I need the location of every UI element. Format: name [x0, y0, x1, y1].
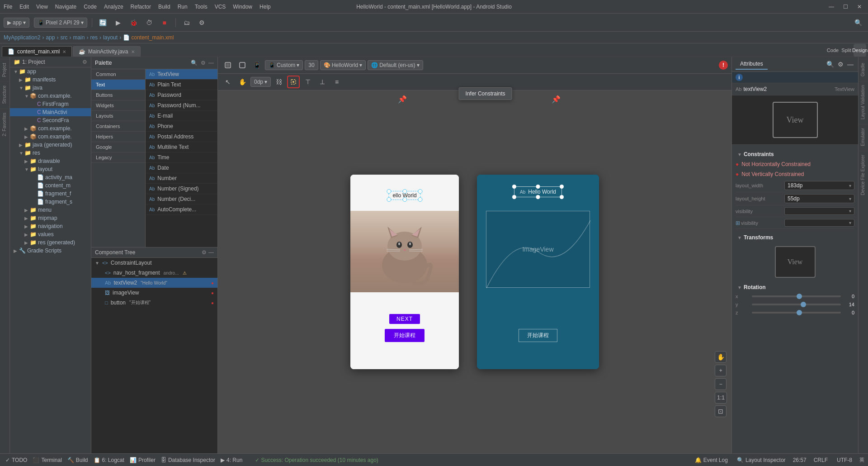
menu-code[interactable]: Code [84, 4, 97, 10]
zoom-ratio-label[interactable]: 1:1 [715, 392, 727, 404]
project-gear-icon[interactable]: ⚙ [82, 59, 87, 65]
menu-help[interactable]: Help [259, 4, 271, 10]
breadcrumb-src[interactable]: app [46, 34, 55, 41]
tree-item-fragment-f[interactable]: 📄 fragment_f [10, 190, 91, 198]
canvas-locale-dropdown[interactable]: 🌐 Default (en-us) ▾ [368, 60, 423, 70]
tree-item-res[interactable]: ▼ 📁 res [10, 149, 91, 157]
component-tree-gear[interactable]: ⚙ [202, 249, 207, 256]
gradle-tab[interactable]: Gradle [859, 59, 868, 80]
run-button[interactable]: ▶ [112, 16, 125, 29]
attr-gear-icon[interactable]: ⚙ [837, 60, 844, 69]
align-top-btn[interactable]: ⊤ [302, 76, 314, 88]
rotation-x-thumb[interactable] [797, 294, 802, 299]
palette-cat-common[interactable]: Common [91, 69, 145, 80]
tree-item-firstfrag[interactable]: C FirstFragm [10, 100, 91, 108]
palette-cat-widgets[interactable]: Widgets [91, 100, 145, 111]
tree-item-content-m[interactable]: 📄 content_m [10, 181, 91, 190]
tab-close-1[interactable]: ✕ [131, 49, 135, 54]
tree-item-values[interactable]: ▶ 📁 values [10, 230, 91, 238]
design-phone[interactable]: ello World [350, 175, 459, 369]
tree-item-java[interactable]: ▼ 📁 java [10, 84, 91, 92]
breadcrumb-app[interactable]: MyApplication2 [4, 34, 40, 41]
run-tab[interactable]: ▶ 4: Run [219, 456, 244, 464]
tree-item-gradle[interactable]: ▶ 🔧 Gradle Scripts [10, 247, 91, 255]
tree-item-mipmap[interactable]: ▶ 📁 mipmap [10, 214, 91, 222]
rotation-z-slider[interactable] [752, 312, 841, 314]
palette-item-number-signed[interactable]: Ab Number (Signed) [146, 184, 217, 194]
blueprint-start-btn[interactable]: 开始课程 [519, 329, 557, 342]
textview2-selected-indicator[interactable]: ello World [388, 191, 420, 200]
favorites-tab[interactable]: 2: Favorites [0, 109, 9, 140]
palette-search-icon[interactable]: 🔍 [190, 59, 198, 67]
menu-build[interactable]: Build [158, 4, 170, 10]
canvas-api-dropdown[interactable]: 30 [305, 60, 318, 70]
crlf-display[interactable]: CRLF [812, 456, 830, 464]
minimize-button[interactable]: — [826, 3, 837, 11]
tree-item-package1[interactable]: ▼ 📦 com.example. [10, 92, 91, 100]
palette-item-textview[interactable]: Ab TextView [146, 69, 217, 80]
sync-button[interactable]: 🔄 [97, 16, 109, 29]
breadcrumb-layout[interactable]: res [90, 34, 98, 41]
palette-cat-layouts[interactable]: Layouts [91, 111, 145, 121]
palette-cat-legacy[interactable]: Legacy [91, 152, 145, 163]
event-log-btn[interactable]: 🔔 Event Log [693, 456, 730, 464]
palette-cat-helpers[interactable]: Helpers [91, 132, 145, 142]
menu-window[interactable]: Window [233, 4, 252, 10]
comp-item-constraintlayout[interactable]: ▼ <> ConstraintLayout [91, 258, 217, 268]
project-structure-button[interactable]: 🗂 [180, 16, 193, 29]
visibility-1-value[interactable]: ▾ [784, 207, 854, 215]
transforms-section-header[interactable]: ▼ Transforms [736, 232, 854, 243]
menu-file[interactable]: File [4, 4, 12, 10]
hand-tool-btn[interactable]: ✋ [715, 351, 726, 363]
palette-gear-icon[interactable]: ⚙ [201, 60, 206, 66]
attr-close-icon[interactable]: — [846, 60, 854, 69]
database-inspector-tab[interactable]: 🗄 Database Inspector [159, 456, 217, 464]
run-config-dropdown[interactable]: ▶ app ▾ [4, 18, 29, 28]
error-indicator[interactable]: ! [719, 61, 728, 70]
palette-cat-google[interactable]: Google [91, 142, 145, 152]
tree-item-activity-ma[interactable]: 📄 activity_ma [10, 173, 91, 181]
zoom-in-btn[interactable]: + [715, 365, 726, 376]
maximize-button[interactable]: ☐ [840, 3, 851, 11]
breadcrumb-file[interactable]: 📄 content_main.xml [123, 34, 174, 41]
comp-item-imageview[interactable]: 🖼 imageView ● [91, 288, 217, 298]
tree-item-secondfrag[interactable]: C SecondFra [10, 116, 91, 124]
tree-item-java-gen[interactable]: ▶ 📁 java (generated) [10, 141, 91, 149]
debug-button[interactable]: 🐞 [127, 16, 140, 29]
canvas-inner[interactable]: 📌 📌 ello World [218, 90, 731, 453]
component-tree-minimize[interactable]: — [208, 249, 214, 256]
select-tool-btn[interactable]: ↖ [222, 76, 234, 88]
zoom-out-btn[interactable]: − [715, 378, 726, 390]
attributes-tab[interactable]: Attributes [736, 59, 768, 70]
menu-view[interactable]: View [36, 4, 48, 10]
profile-button[interactable]: ⏱ [143, 16, 156, 29]
infer-constraints-btn[interactable] [287, 76, 300, 88]
layout-height-value[interactable]: 55dp ▾ [784, 194, 854, 203]
rotation-section-header[interactable]: ▼ Rotation [736, 281, 854, 292]
comp-item-textview2[interactable]: Ab textView2 "Hello World" ● [91, 278, 217, 288]
palette-item-number[interactable]: Ab Number [146, 173, 217, 184]
palette-item-date[interactable]: Ab Date [146, 163, 217, 173]
canvas-theme-dropdown[interactable]: 🎨 HelloWorld ▾ [320, 60, 366, 70]
blueprint-textview2[interactable]: Ab Hello World [514, 186, 562, 197]
next-button-canvas[interactable]: NEXT [389, 314, 420, 324]
logcat-tab[interactable]: 📋 6: Logcat [92, 456, 126, 464]
menu-edit[interactable]: Edit [19, 4, 29, 10]
profiler-tab[interactable]: 📊 Profiler [128, 456, 157, 464]
connect-constraints-btn[interactable]: ⛓ [273, 76, 285, 88]
visibility-2-value[interactable]: ▾ [784, 219, 854, 227]
panning-tool-btn[interactable]: ✋ [236, 76, 249, 88]
tree-item-layout[interactable]: ▼ 📁 layout [10, 165, 91, 173]
palette-cat-containers[interactable]: Containers [91, 121, 145, 132]
tab-close-0[interactable]: ✕ [62, 49, 66, 54]
rotation-z-thumb[interactable] [797, 310, 802, 315]
emulator-tab[interactable]: Emulator [859, 124, 868, 150]
tree-item-app[interactable]: ▼ 📁 app [10, 67, 91, 76]
palette-minimize-icon[interactable]: — [208, 60, 214, 66]
close-button[interactable]: ✕ [854, 3, 864, 11]
comp-item-nav-host[interactable]: <> nav_host_fragment andro... ⚠ [91, 268, 217, 278]
tree-item-package3[interactable]: ▶ 📦 com.example. [10, 133, 91, 141]
search-everywhere-button[interactable]: 🔍 [852, 16, 864, 29]
distribute-btn[interactable]: ≡ [330, 76, 343, 88]
menu-analyze[interactable]: Analyze [104, 4, 123, 10]
